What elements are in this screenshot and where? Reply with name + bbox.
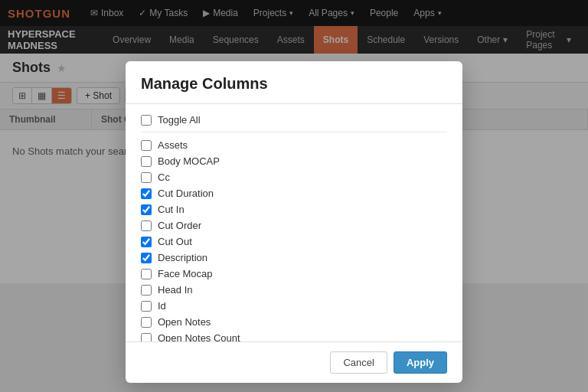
column-item-description[interactable]: Description (141, 250, 447, 266)
body-mocap-checkbox[interactable] (141, 156, 152, 167)
column-item-cut-out[interactable]: Cut Out (141, 234, 447, 250)
column-item-cc[interactable]: Cc (141, 169, 447, 185)
cut-in-checkbox[interactable] (141, 204, 152, 215)
modal-body[interactable]: Toggle All Assets Body MOCAP Cc Cut Dura… (126, 104, 462, 283)
toggle-all-label[interactable]: Toggle All (158, 114, 201, 126)
cut-order-label[interactable]: Cut Order (158, 220, 201, 231)
cut-in-label[interactable]: Cut In (158, 204, 185, 215)
description-label[interactable]: Description (158, 252, 207, 263)
cut-duration-label[interactable]: Cut Duration (158, 188, 214, 199)
column-item-cut-order[interactable]: Cut Order (141, 217, 447, 234)
modal-title: Manage Columns (141, 75, 447, 93)
assets-checkbox[interactable] (141, 140, 152, 151)
column-item-toggle-all[interactable]: Toggle All (141, 112, 447, 132)
body-mocap-label[interactable]: Body MOCAP (158, 155, 220, 167)
manage-columns-modal: Manage Columns Toggle All Assets Body MO… (126, 61, 462, 283)
column-item-assets[interactable]: Assets (141, 137, 447, 153)
cut-order-checkbox[interactable] (141, 220, 152, 231)
column-item-face-mocap[interactable]: Face Mocap (141, 266, 447, 282)
modal-header: Manage Columns (126, 61, 462, 104)
cut-out-label[interactable]: Cut Out (158, 236, 192, 247)
modal-overlay: Manage Columns Toggle All Assets Body MO… (0, 0, 588, 283)
column-item-head-in[interactable]: Head In (141, 282, 447, 283)
column-item-cut-duration[interactable]: Cut Duration (141, 185, 447, 201)
face-mocap-checkbox[interactable] (141, 269, 152, 279)
cc-checkbox[interactable] (141, 172, 152, 183)
toggle-all-checkbox[interactable] (141, 115, 152, 126)
assets-label[interactable]: Assets (158, 139, 188, 151)
cut-out-checkbox[interactable] (141, 237, 152, 247)
column-item-cut-in[interactable]: Cut In (141, 201, 447, 217)
cut-duration-checkbox[interactable] (141, 188, 152, 199)
cc-label[interactable]: Cc (158, 172, 170, 183)
face-mocap-label[interactable]: Face Mocap (158, 268, 213, 279)
column-item-body-mocap[interactable]: Body MOCAP (141, 153, 447, 169)
description-checkbox[interactable] (141, 253, 152, 263)
